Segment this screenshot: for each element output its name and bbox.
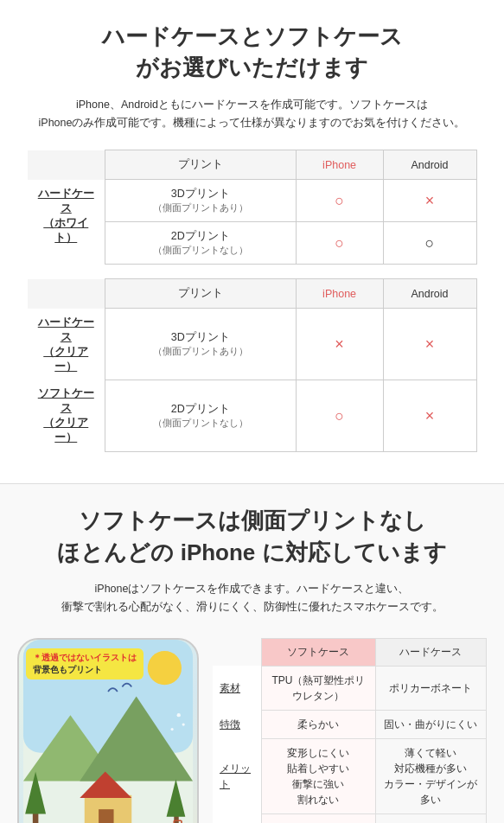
table2: プリント iPhone Android ハードケース（クリアー） ソフトケース（… [28, 278, 477, 452]
row-demerit-label: デメリット [213, 813, 262, 823]
row-feature-label: 特徴 [213, 710, 262, 738]
table1-row2-android: ○ [383, 222, 476, 265]
table2-row1-iphone: × [296, 309, 383, 380]
table1-col-print: プリント [105, 150, 297, 180]
table1-container: プリント iPhone Android ハードケース（ホワイト） 3Dプリント（… [17, 150, 487, 265]
table2-row1-android: × [383, 309, 476, 380]
row-merit-hard: 薄くて軽い対応機種が多いカラー・デザインが多い [375, 738, 486, 813]
row-demerit-hard: 衝撃で割れることがある滑りやすいプリントが剥がれやすい [375, 813, 486, 823]
table1-col-android: Android [383, 150, 476, 180]
row-feature-hard: 固い・曲がりにくい [375, 710, 486, 738]
row-material-hard: ポリカーボネート [375, 666, 486, 710]
table2-col-iphone: iPhone [296, 279, 383, 309]
table1-row-label: ハードケース（ホワイト） [38, 188, 94, 244]
svg-point-36 [177, 713, 181, 717]
svg-point-37 [182, 723, 185, 725]
table2-row2-print: 2Dプリント（側面プリントなし） [105, 380, 297, 452]
subtitle-text: iPhone、Androidともにハードケースを作成可能です。ソフトケースは i… [17, 96, 487, 133]
row-material-soft: TPU（熱可塑性ポリウレタン） [262, 666, 375, 710]
comparison-table: ソフトケース ハードケース 素材 TPU（熱可塑性ポリウレタン） ポリカーボネー… [213, 638, 487, 823]
row-demerit-soft: 黄ばみやすいボタンが硬い多少厚みがある [262, 813, 375, 823]
table2-col-print: プリント [105, 279, 297, 309]
svg-point-3 [148, 651, 182, 685]
col-soft-header: ソフトケース [262, 638, 375, 666]
row-merit-soft: 変形しにくい貼着しやすい衝撃に強い割れない [262, 738, 375, 813]
phone-image-box: ＊透過ではないイラストは背景色もプリント [17, 638, 199, 823]
row-feature-soft: 柔らかい [262, 710, 375, 738]
table1: プリント iPhone Android ハードケース（ホワイト） 3Dプリント（… [28, 150, 477, 265]
table1-row1-iphone: ○ [296, 180, 383, 222]
col-hard-header: ハードケース [375, 638, 486, 666]
bottom-subtitle: iPhoneはソフトケースを作成できます。ハードケースと違い、 衝撃で割れる心配… [17, 580, 487, 617]
table2-row2-iphone: ○ [296, 380, 383, 452]
table2-row2-android: × [383, 380, 476, 452]
bottom-title: ソフトケースは側面プリントなしほとんどの iPhone に対応しています [17, 505, 487, 568]
comparison-table-wrap: ソフトケース ハードケース 素材 TPU（熱可塑性ポリウレタン） ポリカーボネー… [213, 638, 487, 823]
note-tag: ＊透過ではないイラストは背景色もプリント [26, 648, 144, 679]
main-title: ハードケースとソフトケースがお選びいただけます [17, 21, 487, 84]
svg-rect-14 [99, 809, 113, 823]
row-material-label: 素材 [213, 666, 262, 710]
table1-col-iphone: iPhone [296, 150, 383, 180]
row-merit-label: メリット [213, 738, 262, 813]
bottom-section: ソフトケースは側面プリントなしほとんどの iPhone に対応しています iPh… [0, 484, 504, 823]
bottom-content: ＊透過ではないイラストは背景色もプリント [17, 638, 487, 823]
table1-row1-print: 3Dプリント（側面プリントあり） [105, 180, 297, 222]
table2-row-label1: ハードケース（クリアー） [38, 316, 94, 373]
table1-row2-iphone: ○ [296, 222, 383, 265]
table2-row1-print: 3Dプリント（側面プリントあり） [105, 309, 297, 380]
svg-point-38 [170, 727, 173, 730]
table1-row2-print: 2Dプリント（側面プリントなし） [105, 222, 297, 265]
table2-col-android: Android [383, 279, 476, 309]
table1-row1-android: × [383, 180, 476, 222]
table2-row-label2: ソフトケース（クリアー） [38, 387, 94, 443]
table2-container: プリント iPhone Android ハードケース（クリアー） ソフトケース（… [17, 278, 487, 452]
phone-image-area: ＊透過ではないイラストは背景色もプリント [17, 638, 199, 823]
top-section: ハードケースとソフトケースがお選びいただけます iPhone、Androidとも… [0, 0, 504, 483]
